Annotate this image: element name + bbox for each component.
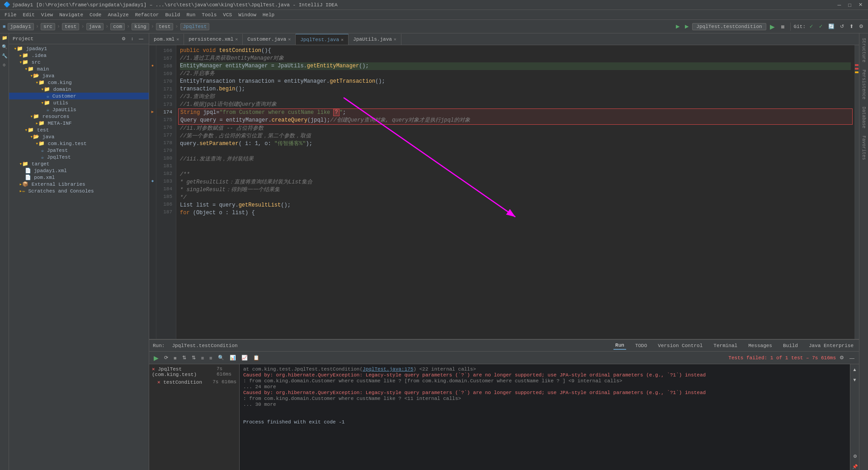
toolbar-test-label[interactable]: test: [62, 23, 79, 30]
tab-jpautils-java[interactable]: JpaUtils.java ✕: [349, 34, 401, 45]
tree-item-java-main[interactable]: ▾📂 java: [9, 72, 149, 79]
menu-help[interactable]: Help: [260, 11, 277, 19]
bottom-icon-2[interactable]: 📌: [850, 463, 859, 470]
toolbar-run-action[interactable]: ▶: [768, 22, 777, 31]
toolbar-src-label[interactable]: src: [41, 23, 55, 30]
tree-item-main[interactable]: ▾📁 main: [9, 66, 149, 72]
tab-jpqltest-java[interactable]: JpqlTest.java ✕: [296, 34, 349, 45]
tree-item-jpautils[interactable]: ☕ JpaUtils: [9, 106, 149, 113]
left-icon-4[interactable]: ⚙: [3, 62, 5, 68]
right-sidebar-database[interactable]: Database: [860, 106, 867, 129]
tree-item-src[interactable]: ▾📁 src: [9, 59, 149, 66]
toolbar-run-config[interactable]: JpqlTest.testCondition: [692, 23, 766, 30]
toolbar-jpqltest-label[interactable]: JpqlTest: [180, 23, 210, 30]
project-expand-button[interactable]: ↕: [129, 35, 135, 42]
right-sidebar-favorites[interactable]: Favorites: [860, 135, 867, 161]
run-list-button[interactable]: ≡: [199, 354, 206, 362]
menu-refactor[interactable]: Refactor: [132, 11, 162, 19]
run-stop-button[interactable]: ■: [172, 354, 179, 362]
gutter-line182[interactable]: ◆: [149, 178, 156, 185]
gutter-line186[interactable]: [149, 208, 156, 216]
run-chart-button[interactable]: 📊: [228, 354, 238, 362]
menu-vcs[interactable]: VCS: [220, 11, 235, 19]
toolbar-jpaday1-label[interactable]: jpaday1: [8, 23, 34, 30]
tree-item-meta-inf[interactable]: ▸📁 META-INF: [9, 120, 149, 127]
run-rerun-button[interactable]: ⟳: [162, 354, 170, 362]
toolbar-king-label[interactable]: king: [132, 23, 149, 30]
tree-item-jpqltest[interactable]: ☕ JpqlTest: [9, 154, 149, 160]
run-search-button[interactable]: 🔍: [216, 354, 226, 362]
bottom-test-label[interactable]: JpqlTest.testCondition: [172, 343, 237, 348]
menu-navigate[interactable]: Navigate: [57, 11, 86, 19]
run-filter-button[interactable]: ⇅: [180, 354, 188, 362]
run-minimize-button[interactable]: —: [848, 354, 856, 362]
minimize-button[interactable]: ─: [836, 1, 843, 9]
close-button[interactable]: ✕: [857, 1, 864, 9]
tree-item-jpaday1[interactable]: ▾📁 jpaday1: [9, 45, 149, 52]
toolbar-stop-button[interactable]: ⏹: [778, 23, 787, 30]
tree-item-test[interactable]: ▾📁 test: [9, 127, 149, 133]
tab-close-pom-xml[interactable]: ✕: [176, 37, 179, 42]
bottom-tab-java-enterprise[interactable]: Java Enterprise: [807, 342, 855, 349]
toolbar-debug-button[interactable]: ▶: [674, 23, 681, 30]
gutter-line168[interactable]: ●: [149, 62, 156, 70]
run-copy-button[interactable]: 📋: [251, 354, 261, 362]
link-jpqltest-175[interactable]: JpqlTest.java:175: [363, 367, 413, 372]
run-export-button[interactable]: 📈: [240, 354, 250, 362]
bottom-scroll-down[interactable]: ▼: [851, 376, 859, 383]
tree-item-com-king-test[interactable]: ▾📁 com.king.test: [9, 140, 149, 147]
bottom-tab-run[interactable]: Run: [613, 342, 626, 350]
tab-close-persistence-xml[interactable]: ✕: [235, 37, 238, 42]
bottom-tab-todo[interactable]: TODO: [633, 342, 649, 349]
tab-customer-java[interactable]: Customer.java ✕: [243, 34, 296, 45]
code-content[interactable]: public void testCondition(){ //1.通过工具类获取…: [176, 45, 854, 339]
run-list2-button[interactable]: ≡: [208, 354, 214, 362]
menu-window[interactable]: Window: [236, 11, 259, 19]
menu-build[interactable]: Build: [162, 11, 183, 19]
tab-persistence-xml[interactable]: persistence.xml ✕: [184, 34, 243, 45]
tree-item-resources[interactable]: ▾📁 resources: [9, 113, 149, 120]
tree-item-jpaday1-xml[interactable]: 📄 jpaday1.xml: [9, 167, 149, 174]
bottom-tab-messages[interactable]: Messages: [746, 342, 774, 349]
right-scroll[interactable]: [854, 45, 859, 339]
test-item-jpqltest-suite[interactable]: ✕ JpqlTest (com.king.test) 7s 616ms: [150, 365, 238, 378]
tab-pom-xml[interactable]: pom.xml ✕: [149, 34, 184, 45]
run-settings-button[interactable]: ⚙: [838, 354, 846, 362]
project-minimize-button[interactable]: —: [137, 35, 145, 42]
bottom-icon-1[interactable]: ⚙: [850, 453, 859, 460]
maximize-button[interactable]: □: [846, 1, 853, 9]
project-settings-button[interactable]: ⚙: [120, 35, 127, 42]
tree-item-java-test[interactable]: ▾📂 java: [9, 133, 149, 140]
right-sidebar-persistence[interactable]: Persistence: [860, 69, 867, 100]
menu-run[interactable]: Run: [184, 11, 198, 19]
tab-close-jpqltest-java[interactable]: ✕: [341, 37, 344, 42]
bottom-scroll-up[interactable]: ▲: [851, 366, 859, 373]
right-sidebar-structure[interactable]: Structure: [860, 37, 867, 63]
tree-item-idea[interactable]: ▸📁 .idea: [9, 52, 149, 59]
tree-item-jpatest[interactable]: ☕ JpaTest: [9, 147, 149, 154]
toolbar-git-refresh[interactable]: 🔄: [826, 23, 836, 30]
tree-item-ext-libs[interactable]: ▸📦 External Libraries: [9, 181, 149, 188]
toolbar-git-revert[interactable]: ↺: [838, 23, 846, 30]
tree-item-pom-xml[interactable]: 📄 pom.xml: [9, 174, 149, 181]
bottom-tab-vcs[interactable]: Version Control: [656, 342, 704, 349]
toolbar-project-tab[interactable]: ■: [3, 24, 6, 29]
menu-analyze[interactable]: Analyze: [105, 11, 131, 19]
menu-code[interactable]: Code: [87, 11, 104, 19]
menu-view[interactable]: View: [38, 11, 56, 19]
bottom-tab-terminal[interactable]: Terminal: [712, 342, 739, 349]
toolbar-git-push[interactable]: ⬆: [848, 23, 855, 30]
tab-close-jpautils-java[interactable]: ✕: [394, 37, 396, 42]
menu-file[interactable]: File: [2, 11, 19, 19]
tab-close-customer-java[interactable]: ✕: [288, 37, 291, 42]
tree-item-com-king[interactable]: ▾📁 com.king: [9, 79, 149, 86]
menu-tools[interactable]: Tools: [199, 11, 219, 19]
toolbar-java-label[interactable]: java: [86, 23, 104, 30]
toolbar-test2-label[interactable]: test: [156, 23, 173, 30]
tree-item-scratches[interactable]: ▸✏ Scratches and Consoles: [9, 188, 149, 194]
left-icon-3[interactable]: 🔧: [2, 53, 7, 59]
run-play-button[interactable]: ▶: [152, 353, 160, 362]
toolbar-git-check2[interactable]: ✓: [817, 23, 825, 30]
toolbar-settings[interactable]: ⚙: [857, 23, 865, 30]
tree-item-customer[interactable]: ☕ Customer: [9, 93, 149, 99]
